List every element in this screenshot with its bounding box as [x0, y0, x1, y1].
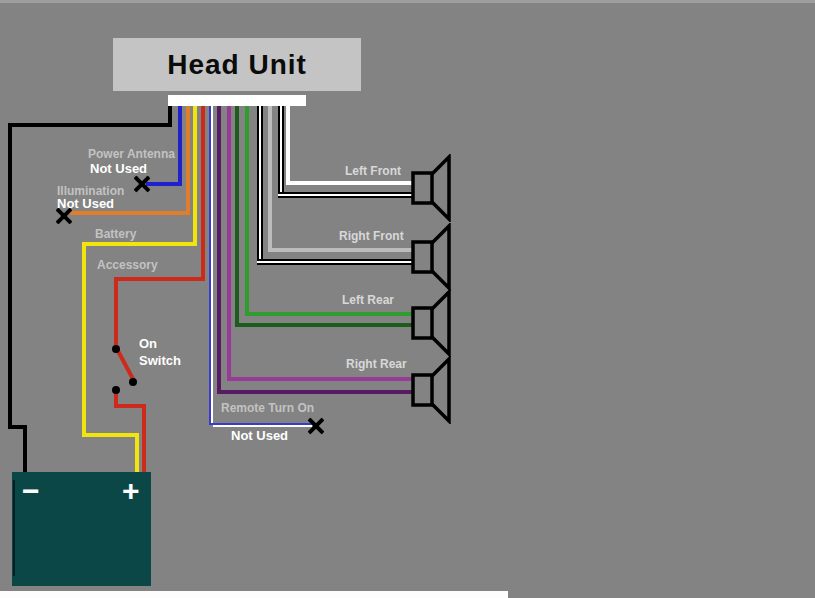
remote-turn-on-wire-segment: [211, 106, 213, 425]
left-front-neg-wire-segment: [278, 192, 413, 198]
battery-wire-segment: [82, 242, 197, 246]
power-antenna-wire-segment: [178, 106, 182, 186]
ground-wire-segment: [23, 425, 27, 472]
battery-plus-terminal: +: [122, 476, 140, 506]
left-front-pos-wire-segment: [286, 181, 413, 185]
battery-wire-segment: [82, 433, 139, 437]
head-unit-title: Head Unit: [167, 49, 307, 81]
ground-wire-segment: [8, 123, 172, 127]
head-unit-connector: [168, 95, 306, 106]
right-front-speaker-icon: [409, 223, 453, 291]
left-rear-pos-wire-segment: [245, 312, 413, 316]
on-switch-label-line1: On: [139, 336, 157, 351]
left-rear-speaker-label: Left Rear: [342, 293, 394, 307]
switch-blade-end-dot: [129, 378, 137, 386]
ground-wire-segment: [8, 123, 12, 429]
bottom-edge-strip: [0, 591, 508, 598]
top-edge-strip: [0, 0, 815, 3]
left-front-pos-wire-segment: [286, 106, 290, 185]
battery-wire-segment: [82, 242, 86, 437]
battery-minus-terminal: −: [22, 476, 40, 506]
remote-turn-on-label: Remote Turn On: [221, 401, 314, 415]
not-used-x-remote-turn-on: [306, 416, 326, 436]
accessory-wire-segment: [142, 404, 146, 472]
right-front-pos-wire-segment: [268, 248, 413, 252]
accessory-wire-segment: [201, 106, 205, 281]
right-front-pos-wire-segment: [268, 106, 272, 252]
switch-terminal-dot: [112, 386, 120, 394]
right-front-neg-wire-segment: [257, 259, 413, 265]
right-front-neg-wire-segment: [257, 106, 263, 265]
battery-inner-edge-line: [13, 480, 15, 576]
speaker-icon: [409, 289, 453, 357]
illumination-wire-segment: [70, 211, 190, 215]
battery-wire-label: Battery: [95, 227, 136, 241]
speaker-icon: [409, 356, 453, 424]
on-switch-label-line2: Switch: [139, 353, 181, 368]
switch-terminal-dot: [112, 345, 120, 353]
remote-turn-on-wire-segment: [213, 425, 312, 427]
accessory-wire-segment: [114, 277, 205, 281]
right-rear-speaker-icon: [409, 356, 453, 424]
battery-wire-segment: [193, 106, 197, 246]
right-rear-neg-wire-segment: [217, 390, 413, 394]
battery-box: − +: [12, 472, 151, 586]
right-rear-speaker-label: Right Rear: [346, 357, 407, 371]
remote-turn-on-not-used-label: Not Used: [231, 428, 288, 443]
on-switch-label: On Switch: [139, 335, 181, 369]
left-rear-speaker-icon: [409, 289, 453, 357]
right-rear-pos-wire-segment: [227, 106, 231, 381]
illumination-wire-segment: [186, 106, 190, 215]
right-front-speaker-label: Right Front: [339, 229, 404, 243]
right-rear-pos-wire-segment: [227, 377, 413, 381]
left-rear-pos-wire-segment: [245, 106, 249, 316]
left-front-speaker-label: Left Front: [345, 164, 401, 178]
right-rear-neg-wire-segment: [217, 106, 221, 394]
power-antenna-not-used-label: Not Used: [90, 161, 147, 176]
left-front-neg-wire-segment: [278, 106, 284, 198]
illumination-not-used-label: Not Used: [57, 196, 114, 211]
not-used-x-power-antenna: [132, 174, 152, 194]
left-rear-neg-wire-segment: [235, 106, 239, 327]
left-rear-neg-wire-segment: [235, 323, 413, 327]
speaker-icon: [409, 223, 453, 291]
power-antenna-label: Power Antenna: [88, 147, 175, 161]
wiring-diagram-canvas: Head Unit: [0, 0, 815, 598]
battery-wire-segment: [135, 433, 139, 472]
left-front-speaker-icon: [409, 154, 453, 222]
accessory-wire-label: Accessory: [97, 258, 158, 272]
head-unit-box: Head Unit: [113, 38, 361, 91]
speaker-icon: [409, 154, 453, 222]
accessory-wire-segment: [114, 277, 118, 349]
